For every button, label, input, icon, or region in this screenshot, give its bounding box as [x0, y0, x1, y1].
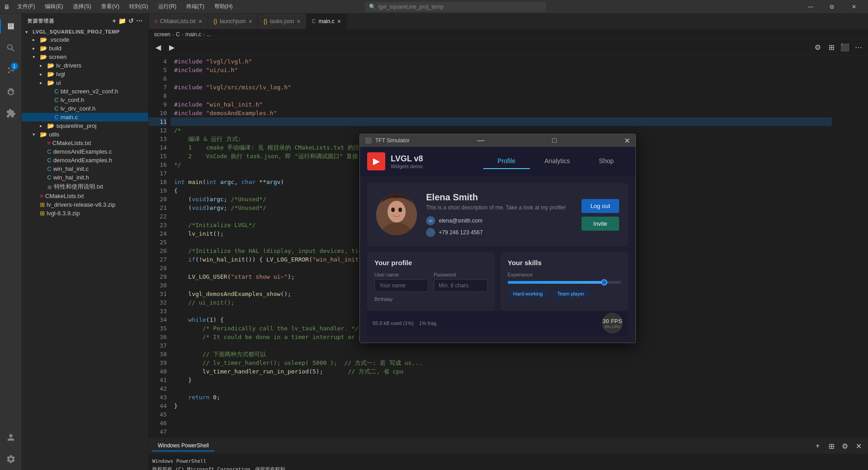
- form-row-name-pwd: User name Password: [374, 272, 488, 296]
- search-icon: 🔍: [369, 4, 376, 10]
- tree-build[interactable]: ▸ 📂 build: [22, 44, 148, 53]
- menu-terminal[interactable]: 终端(T): [183, 2, 208, 11]
- menu-edit[interactable]: 编辑(E): [41, 2, 67, 11]
- log-out-button[interactable]: Log out: [582, 199, 619, 213]
- tab-main-c[interactable]: C main.c ×: [306, 14, 347, 29]
- tree-main-c[interactable]: ▸ C main.c: [22, 113, 148, 121]
- tree-lv-drivers[interactable]: ▸ 📂 lv_drivers: [22, 61, 148, 70]
- activity-account[interactable]: [0, 426, 22, 448]
- tree-item-label: lv_drivers: [56, 62, 82, 69]
- tree-utils[interactable]: ▾ 📂 utils: [22, 130, 148, 139]
- activity-extensions[interactable]: [0, 102, 22, 124]
- menu-run[interactable]: 运行(R): [155, 2, 180, 11]
- tree-cmake-utils[interactable]: ▸ ≡ CMakeLists.txt: [22, 139, 148, 147]
- nav-item-shop[interactable]: Shop: [584, 154, 628, 169]
- activity-search[interactable]: [0, 37, 22, 59]
- profile-info: Elena Smith This is a short description …: [426, 192, 572, 237]
- nav-forward-button[interactable]: ▶: [166, 41, 178, 53]
- file-h-icon: C: [47, 157, 51, 164]
- lvgl-content: Elena Smith This is a short description …: [360, 176, 635, 343]
- terminal-line: 版权所有 (C) Microsoft Corporation。保留所有权利。: [152, 466, 864, 470]
- tree-win-hal-c[interactable]: ▸ C win_hal_init.c: [22, 165, 148, 173]
- new-folder-icon[interactable]: 📁: [118, 17, 126, 24]
- nav-item-analytics[interactable]: Analytics: [530, 154, 584, 169]
- activity-source-control[interactable]: 1: [0, 59, 22, 81]
- tree-item-label: utils: [49, 131, 59, 138]
- tree-item-label: main.c: [60, 114, 78, 121]
- new-terminal-icon[interactable]: +: [812, 440, 824, 452]
- maximize-button[interactable]: ⧉: [822, 0, 843, 14]
- tree-cmake-root[interactable]: ▸ ≡ CMakeLists.txt: [22, 192, 148, 200]
- sidebar: 资源管理器 + 📁 ↺ ⋯ ▾ LVGL_SQUARELINE_PROJ_TEM…: [22, 14, 149, 470]
- new-file-icon[interactable]: +: [112, 17, 116, 24]
- lvgl-logo: ▶ LVGL v8 Widgets demo: [367, 152, 423, 170]
- split-editor-icon[interactable]: ⊞: [825, 41, 837, 53]
- menu-goto[interactable]: 转到(G): [126, 2, 151, 11]
- your-skills-title: Your skills: [508, 259, 621, 266]
- tab-close-cmake[interactable]: ×: [199, 18, 202, 25]
- toggle-panel-icon[interactable]: ⬛: [839, 41, 851, 53]
- tree-root[interactable]: ▾ LVGL_SQUARELINE_PROJ_TEMP: [22, 28, 148, 35]
- experience-slider[interactable]: [508, 281, 621, 284]
- username-input[interactable]: [374, 279, 428, 292]
- code-line: #include "lvgl/src/misc/lv_log.h": [170, 83, 832, 92]
- more-actions-icon[interactable]: ⋯: [853, 41, 864, 53]
- close-button[interactable]: ✕: [844, 0, 864, 14]
- nav-back-button[interactable]: ◀: [152, 41, 164, 53]
- tree-bbl-conf[interactable]: ▸ C bbl_screen_v2_conf.h: [22, 87, 148, 96]
- tab-tasks[interactable]: {} tasks.json ×: [258, 14, 306, 29]
- contact-email: ✉ elena@smith.com: [426, 216, 572, 225]
- scm-badge: 1: [11, 63, 18, 70]
- tree-lv-zip[interactable]: ▸ ⊞ lv_drivers-release-v8.3.zip: [22, 200, 148, 209]
- settings-icon[interactable]: ⚙: [812, 41, 824, 53]
- nav-item-profile[interactable]: Profile: [483, 154, 530, 169]
- your-profile-section: Your profile User name Password Birthday: [367, 252, 495, 311]
- file-h-icon: C: [54, 105, 58, 112]
- menu-select[interactable]: 选择(S): [69, 2, 95, 11]
- terminal-settings-icon[interactable]: ⚙: [839, 440, 851, 452]
- tft-minimize-button[interactable]: —: [477, 136, 485, 145]
- tab-close-tasks[interactable]: ×: [297, 18, 301, 25]
- kill-terminal-icon[interactable]: ✕: [853, 440, 864, 452]
- activity-settings[interactable]: [0, 448, 22, 470]
- tree-lvgl[interactable]: ▸ 📂 lvgl: [22, 70, 148, 78]
- menu-help[interactable]: 帮助(H): [211, 2, 237, 11]
- tree-item-label: screen: [49, 53, 67, 60]
- tree-lvgl-zip[interactable]: ▸ ⊞ lvgl-8.3.9.zip: [22, 209, 148, 218]
- phone-icon: 📞: [426, 228, 435, 237]
- tree-ui[interactable]: ▸ 📂 ui: [22, 78, 148, 87]
- tree-item-label: 特性和使用说明.txt: [54, 183, 103, 191]
- tab-label: launchjson: [220, 18, 246, 24]
- split-terminal-icon[interactable]: ⊞: [825, 440, 837, 452]
- tree-screen[interactable]: ▾ 📂 screen: [22, 53, 148, 61]
- tab-powershell[interactable]: Windows PowerShell: [152, 441, 214, 451]
- tree-win-hal-h[interactable]: ▸ C win_hal_init.h: [22, 173, 148, 182]
- tree-squareline[interactable]: ▸ 📂 squareline_proj: [22, 121, 148, 130]
- menu-view[interactable]: 查看(V): [97, 2, 123, 11]
- folder-icon: 📂: [47, 71, 54, 78]
- activity-explorer[interactable]: [0, 15, 22, 37]
- code-line: [170, 410, 832, 419]
- tree-demos-h[interactable]: ▸ C demosAndExamples.h: [22, 156, 148, 165]
- code-line: [170, 384, 832, 393]
- tree-readme[interactable]: ▸ ≣ 特性和使用说明.txt: [22, 182, 148, 192]
- tree-item-label: lvgl-8.3.9.zip: [47, 210, 80, 217]
- collapse-icon[interactable]: ⋯: [136, 17, 143, 24]
- tree-vscode[interactable]: ▸ 📂 .vscode: [22, 35, 148, 44]
- tree-lv-conf[interactable]: ▸ C lv_conf.h: [22, 96, 148, 104]
- minimize-button[interactable]: —: [800, 0, 821, 14]
- tft-close-button[interactable]: ✕: [624, 136, 630, 145]
- tab-close-launch[interactable]: ×: [248, 18, 252, 25]
- invite-button[interactable]: Invite: [582, 217, 619, 231]
- tab-close-main[interactable]: ×: [337, 18, 341, 25]
- tab-launch[interactable]: {} launchjson ×: [208, 14, 258, 29]
- refresh-icon[interactable]: ↺: [128, 17, 134, 24]
- password-input[interactable]: [434, 279, 488, 292]
- activity-debug[interactable]: [0, 81, 22, 102]
- menu-file[interactable]: 文件(F): [14, 2, 39, 11]
- tree-demos-c[interactable]: ▸ C demosAndExamples.c: [22, 147, 148, 156]
- search-box[interactable]: 🔍 lgvl_squareLine_proj_temp: [365, 2, 546, 12]
- tft-maximize-button[interactable]: □: [552, 136, 557, 145]
- tree-lv-drv-conf[interactable]: ▸ C lv_drv_conf.h: [22, 104, 148, 113]
- tab-cmake[interactable]: ≡ CMakeLists.txt ×: [149, 14, 208, 29]
